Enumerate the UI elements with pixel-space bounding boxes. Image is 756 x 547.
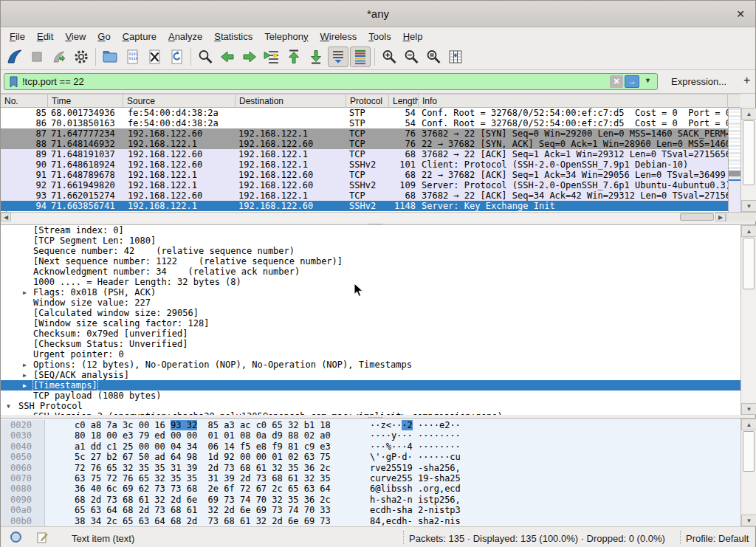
- column-header-info[interactable]: Info: [419, 94, 728, 108]
- filter-apply-button[interactable]: →: [625, 75, 639, 88]
- expression-button[interactable]: Expression...: [671, 76, 726, 87]
- scrollbar-thumb[interactable]: [743, 238, 755, 289]
- detail-row[interactable]: Window size value: 227: [1, 297, 756, 308]
- packet-row[interactable]: 9471.663856741192.168.122.1192.168.122.6…: [1, 201, 728, 211]
- file-save-button[interactable]: 01010110: [122, 47, 142, 67]
- collapsed-arrow-icon[interactable]: ▶: [23, 288, 27, 298]
- column-header-time[interactable]: Time: [48, 94, 123, 108]
- hex-row[interactable]: 006072 76 65 32 35 35 31 39 2d 73 68 61 …: [1, 463, 756, 473]
- colorize-button[interactable]: [350, 47, 371, 67]
- autoscroll-button[interactable]: [328, 47, 348, 67]
- go-forward-button[interactable]: [239, 47, 260, 67]
- hex-ascii[interactable]: ecdh-sha 2-nistp3: [370, 505, 461, 515]
- detail-row[interactable]: Urgent pointer: 0: [1, 349, 756, 359]
- status-profile[interactable]: Profile: Default: [686, 533, 749, 544]
- menu-file[interactable]: File: [4, 30, 31, 44]
- scroll-left-icon[interactable]: ◀: [1, 213, 11, 221]
- zoom-in-button[interactable]: [379, 47, 399, 67]
- collapsed-arrow-icon[interactable]: ▶: [23, 381, 27, 391]
- scrollbar-thumb[interactable]: [680, 213, 714, 221]
- title-bar[interactable]: *any ✕: [1, 1, 755, 27]
- menu-view[interactable]: View: [59, 30, 92, 44]
- scroll-down-icon[interactable]: ▼: [741, 515, 756, 526]
- detail-row[interactable]: [Checksum Status: Unverified]: [1, 339, 756, 349]
- hex-bytes[interactable]: 5c 27 b2 67 50 ad 64 98 1d 92 00 00 01 0…: [75, 452, 331, 462]
- go-back-button[interactable]: [217, 47, 238, 67]
- menu-analyze[interactable]: Analyze: [162, 30, 208, 44]
- detail-row[interactable]: [Next sequence number: 1122 (relative se…: [1, 256, 756, 266]
- hex-row[interactable]: 007063 75 72 76 65 32 35 35 31 39 2d 73 …: [1, 473, 756, 484]
- hex-ascii[interactable]: ····y··· ········: [370, 430, 461, 441]
- collapsed-arrow-icon[interactable]: ▶: [23, 371, 27, 381]
- packet-row[interactable]: 8871.648146932192.168.122.1192.168.122.6…: [1, 139, 728, 149]
- detail-row[interactable]: Sequence number: 42 (relative sequence n…: [1, 246, 756, 256]
- zoom-out-button[interactable]: [401, 47, 422, 67]
- detail-row[interactable]: ▶[SEQ/ACK analysis]: [1, 370, 756, 380]
- detail-row[interactable]: [Window size scaling factor: 128]: [1, 318, 756, 328]
- menu-help[interactable]: Help: [397, 30, 429, 44]
- detail-row[interactable]: [Calculated window size: 29056]: [1, 308, 756, 318]
- go-first-button[interactable]: [284, 47, 304, 67]
- hex-ascii[interactable]: ···%···4 ········: [370, 441, 461, 452]
- display-filter-input[interactable]: [22, 75, 495, 89]
- hex-ascii[interactable]: \'·gP·d· ······cu: [370, 452, 461, 462]
- hex-row[interactable]: 008036 40 6c 69 62 73 73 68 2e 6f 72 67 …: [1, 484, 756, 494]
- column-header-no[interactable]: No.: [1, 94, 48, 108]
- hex-bytes[interactable]: 68 2d 73 68 61 32 2d 6e 69 73 74 70 32 3…: [75, 495, 331, 505]
- hex-bytes[interactable]: 63 75 72 76 65 32 35 35 31 39 2d 73 68 6…: [75, 473, 331, 484]
- file-open-button[interactable]: [100, 47, 120, 67]
- detail-row[interactable]: [Stream index: 0]: [1, 225, 756, 235]
- resize-columns-button[interactable]: [445, 47, 466, 67]
- hex-ascii[interactable]: 6@libssh .org,ecd: [370, 484, 461, 494]
- hex-ascii[interactable]: 84,ecdh- sha2-nis: [370, 516, 461, 526]
- display-filter-field[interactable]: ✕ → ▼: [4, 73, 658, 90]
- capture-stop-button[interactable]: [27, 47, 47, 67]
- column-header-destination[interactable]: Destination: [236, 94, 346, 108]
- packet-row[interactable]: 8568.001734936fe:54:00:d4:38:2aSTP54Conf…: [1, 108, 728, 118]
- packet-row[interactable]: 9071.648618924192.168.122.60192.168.122.…: [1, 159, 728, 170]
- menu-capture[interactable]: Capture: [117, 30, 162, 44]
- scroll-up-icon[interactable]: ▲: [741, 225, 756, 237]
- collapsed-arrow-icon[interactable]: ▶: [23, 360, 27, 371]
- detail-row[interactable]: 1000 .... = Header Length: 32 bytes (8): [1, 277, 756, 287]
- hex-ascii[interactable]: h-sha2-n istp256,: [370, 495, 461, 505]
- menu-telephony[interactable]: Telephony: [258, 30, 314, 44]
- packet-row[interactable]: 9271.661949820192.168.122.1192.168.122.6…: [1, 180, 728, 190]
- hex-ascii[interactable]: rve25519 -sha256,: [370, 463, 461, 473]
- expanded-arrow-icon[interactable]: ▼: [7, 402, 10, 412]
- menu-statistics[interactable]: Statistics: [208, 30, 258, 44]
- menu-tools[interactable]: Tools: [362, 30, 396, 44]
- zoom-original-button[interactable]: [423, 47, 444, 67]
- filter-dropdown-caret-icon[interactable]: ▼: [645, 77, 651, 84]
- detail-row[interactable]: ▶Flags: 0x018 (PSH, ACK): [1, 287, 756, 297]
- go-to-packet-button[interactable]: [261, 47, 282, 67]
- hex-ascii[interactable]: curve255 19-sha25: [370, 473, 461, 484]
- column-header-source[interactable]: Source: [123, 94, 236, 108]
- menu-wireless[interactable]: Wireless: [315, 30, 363, 44]
- hex-bytes[interactable]: 36 40 6c 69 62 73 73 68 2e 6f 72 67 2c 6…: [75, 484, 331, 494]
- hex-row[interactable]: 00505c 27 b2 67 50 ad 64 98 1d 92 00 00 …: [1, 452, 756, 462]
- hex-bytes[interactable]: c0 a8 7a 3c 00 16 93 32 85 a3 ac c0 65 3…: [75, 420, 331, 430]
- file-reload-button[interactable]: [166, 47, 187, 67]
- packet-list-horizontal-scrollbar[interactable]: ◀ ▶: [1, 212, 726, 221]
- go-last-button[interactable]: [306, 47, 326, 67]
- scroll-up-icon[interactable]: ▲: [741, 419, 756, 430]
- find-packet-button[interactable]: [195, 47, 216, 67]
- capture-restart-button[interactable]: [49, 47, 69, 67]
- hex-bytes[interactable]: 65 63 64 68 2d 73 68 61 32 2d 6e 69 73 7…: [75, 505, 331, 515]
- menu-go[interactable]: Go: [92, 30, 116, 44]
- scroll-down-icon[interactable]: ▼: [741, 403, 756, 415]
- capture-options-button[interactable]: [71, 47, 92, 67]
- capture-comment-icon[interactable]: [36, 531, 48, 547]
- file-close-button[interactable]: [144, 47, 165, 67]
- filter-clear-button[interactable]: ✕: [610, 75, 623, 88]
- hex-row[interactable]: 0040a1 dd c1 25 00 00 04 34 06 14 f5 e8 …: [1, 441, 756, 452]
- hex-row[interactable]: 0020c0 a8 7a 3c 00 16 93 32 85 a3 ac c0 …: [1, 420, 756, 430]
- capture-start-button[interactable]: [4, 47, 25, 67]
- bookmark-icon[interactable]: [8, 76, 20, 92]
- hex-row[interactable]: 00a065 63 64 68 2d 73 68 61 32 2d 6e 69 …: [1, 505, 756, 515]
- detail-vertical-scrollbar[interactable]: ▲ ▼: [740, 225, 756, 415]
- packet-row[interactable]: 8971.648191037192.168.122.60192.168.122.…: [1, 149, 728, 159]
- packet-row[interactable]: 8670.013850163fe:54:00:d4:38:2aSTP54Conf…: [1, 118, 728, 128]
- hex-ascii[interactable]: ··z<···2 ····e2··: [370, 420, 461, 430]
